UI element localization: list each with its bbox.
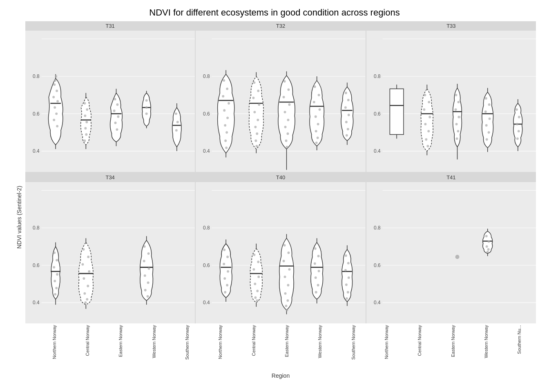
svg-point-77: [258, 103, 261, 106]
svg-text:0.6: 0.6: [33, 111, 40, 116]
svg-point-14: [54, 106, 56, 109]
x-label-central-1: Central Norway: [71, 323, 104, 372]
svg-point-147: [458, 116, 460, 118]
svg-text:0.6: 0.6: [203, 262, 210, 268]
chart-title: NDVI for different ecosystems in good co…: [149, 7, 399, 18]
svg-point-88: [288, 88, 290, 91]
svg-point-160: [485, 138, 488, 141]
svg-text:0.4: 0.4: [203, 300, 210, 305]
svg-point-206: [147, 281, 150, 284]
svg-point-149: [457, 130, 459, 132]
svg-point-235: [254, 296, 257, 299]
svg-point-27: [84, 127, 87, 129]
svg-point-65: [223, 109, 226, 111]
svg-point-29: [83, 140, 86, 142]
x-label-western-3: Western Norway: [469, 323, 502, 372]
plot-svg-T33: 0.4 0.6 0.8: [366, 31, 536, 172]
svg-point-92: [287, 119, 290, 121]
svg-point-144: [455, 94, 457, 96]
svg-point-254: [317, 255, 320, 257]
svg-point-168: [516, 138, 519, 140]
svg-point-236: [256, 299, 259, 302]
svg-point-78: [254, 111, 256, 113]
plot-area-T34: 0.4 0.6 0.8: [25, 182, 195, 323]
x-label-group-1: Northern Norway Central Norway Eastern N…: [38, 323, 204, 372]
svg-point-19: [55, 75, 57, 78]
panel-title-T40: T40: [196, 173, 365, 182]
svg-point-108: [315, 142, 318, 144]
x-label-group-2: Northern Norway Central Norway Eastern N…: [204, 323, 370, 372]
svg-point-154: [484, 97, 487, 100]
svg-point-49: [176, 121, 179, 123]
svg-point-259: [315, 291, 317, 294]
svg-point-233: [254, 283, 257, 285]
plot-area-T33: 0.4 0.6 0.8: [366, 31, 536, 172]
svg-point-240: [283, 244, 286, 247]
svg-point-220: [226, 256, 229, 258]
svg-point-184: [55, 287, 58, 289]
svg-point-284: [487, 248, 489, 251]
x-label-text: Northern Norway: [52, 325, 57, 359]
svg-point-164: [516, 108, 518, 111]
svg-point-185: [54, 293, 56, 296]
svg-point-113: [347, 99, 350, 101]
svg-point-158: [485, 124, 487, 127]
plot-area-T32: 0.4 0.6 0.8: [196, 31, 365, 172]
svg-point-230: [257, 261, 260, 263]
svg-point-282: [487, 240, 490, 243]
svg-point-245: [287, 284, 290, 286]
svg-point-267: [345, 283, 348, 286]
svg-point-134: [428, 101, 430, 103]
svg-point-76: [252, 97, 255, 99]
svg-text:0.4: 0.4: [374, 300, 381, 305]
svg-point-202: [147, 252, 150, 255]
svg-point-64: [228, 102, 230, 105]
svg-text:0.6: 0.6: [33, 262, 40, 268]
svg-point-197: [84, 301, 87, 304]
panel-title-T32: T32: [196, 21, 365, 31]
svg-point-195: [83, 292, 86, 295]
svg-point-101: [318, 94, 320, 96]
svg-point-225: [224, 291, 227, 294]
svg-point-96: [286, 146, 288, 148]
svg-point-263: [345, 254, 347, 257]
svg-point-106: [315, 130, 317, 132]
panel-T31: T31 0.4 0.6 0.8: [25, 21, 195, 172]
svg-point-281: [485, 235, 487, 237]
svg-point-196: [86, 298, 88, 301]
svg-point-181: [53, 266, 55, 269]
x-label-southern-3: Southern Nu...: [503, 323, 536, 372]
svg-point-33: [114, 98, 116, 100]
panel-T41: T41 0.4 0.6 0.8: [366, 173, 536, 323]
svg-point-208: [147, 295, 149, 298]
x-label-eastern-1: Eastern Norway: [104, 323, 137, 372]
svg-point-112: [345, 92, 347, 94]
svg-point-67: [224, 124, 227, 127]
svg-point-242: [283, 260, 285, 262]
x-label-eastern-3: Eastern Norway: [436, 323, 469, 372]
x-label-group-3: Northern Norway Central Norway Eastern N…: [370, 323, 536, 372]
svg-point-63: [222, 95, 225, 98]
svg-point-114: [344, 106, 347, 109]
svg-point-37: [114, 122, 117, 124]
svg-text:0.8: 0.8: [374, 74, 381, 79]
svg-point-265: [344, 269, 347, 272]
x-label-text: Southern Nu...: [517, 325, 522, 354]
x-label-text: Western Norway: [317, 325, 322, 358]
svg-point-256: [318, 270, 320, 272]
svg-point-68: [226, 131, 228, 134]
x-label-text: Western Norway: [152, 325, 156, 358]
svg-point-89: [283, 96, 285, 98]
svg-point-222: [227, 270, 229, 273]
svg-point-264: [347, 262, 350, 264]
x-label-text: Central Norway: [251, 325, 256, 356]
svg-point-24: [86, 108, 88, 111]
svg-point-26: [85, 121, 88, 123]
svg-text:0.8: 0.8: [33, 74, 40, 79]
svg-point-150: [455, 138, 458, 140]
svg-point-194: [87, 285, 89, 287]
svg-point-90: [288, 103, 291, 106]
x-label-text: Eastern Norway: [284, 325, 289, 357]
svg-point-69: [225, 140, 227, 142]
svg-point-180: [56, 259, 58, 261]
